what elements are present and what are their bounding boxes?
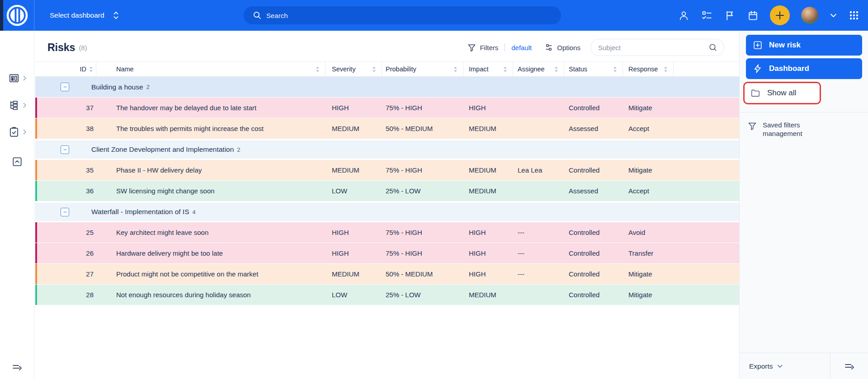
filters-button[interactable]: Filters <box>467 43 498 52</box>
subject-search[interactable] <box>590 39 724 56</box>
risk-severity: HIGH <box>326 243 382 263</box>
app-window: Select dashboard <box>0 0 868 379</box>
folder-icon <box>750 88 760 98</box>
risk-impact: MEDIUM <box>463 181 513 201</box>
row-stripe-gutter <box>35 98 70 118</box>
risk-row[interactable]: 38The troubles with permits might increa… <box>35 118 739 139</box>
app-logo[interactable] <box>0 0 34 31</box>
risk-response: Accept <box>623 118 674 139</box>
group-row: −Waterfall - Implementation of IS4 <box>35 201 739 222</box>
apps-grid-icon[interactable] <box>848 9 860 21</box>
select-dashboard[interactable]: Select dashboard <box>50 11 119 20</box>
tasks-icon[interactable] <box>701 9 712 21</box>
risk-name: SW licensing might change soon <box>96 181 326 201</box>
calendar-icon[interactable] <box>747 9 759 21</box>
global-search[interactable] <box>244 6 561 24</box>
column-header-id[interactable]: ID <box>70 62 96 76</box>
column-header-assignee[interactable]: Assignee <box>513 62 564 76</box>
chevron-right-icon <box>23 75 27 81</box>
sort-icon[interactable] <box>372 66 376 72</box>
show-all-button[interactable]: Show all <box>743 82 821 104</box>
risk-row[interactable]: 36SW licensing might change soonLOW25% -… <box>35 181 739 201</box>
column-header-response[interactable]: Response <box>623 62 674 76</box>
risk-name: Phase II - HW delivery delay <box>96 160 326 180</box>
search-input[interactable] <box>266 12 519 19</box>
column-header-probability[interactable]: Probability <box>382 62 463 76</box>
new-risk-button[interactable]: New risk <box>746 35 862 56</box>
risk-status: Controlled <box>564 243 623 263</box>
collapse-panel-button[interactable] <box>830 353 868 379</box>
risk-row[interactable]: 37The handover may be delayed due to lat… <box>35 98 739 118</box>
risk-probability: 50% - MEDIUM <box>382 264 463 284</box>
column-header-name[interactable]: Name <box>96 62 326 76</box>
list-toolbar: Filters default Options <box>467 39 724 56</box>
new-risk-label: New risk <box>769 41 801 50</box>
add-button[interactable] <box>770 5 790 25</box>
sort-icon[interactable] <box>503 66 507 72</box>
column-header-severity[interactable]: Severity <box>326 62 382 76</box>
risk-impact: MEDIUM <box>463 160 513 180</box>
risk-impact: MEDIUM <box>463 118 513 139</box>
user-avatar[interactable] <box>801 7 818 24</box>
sort-icon[interactable] <box>554 66 558 72</box>
risk-row[interactable]: 25Key architect might leave soonHIGH75% … <box>35 222 739 243</box>
risk-assignee: Lea Lea <box>513 160 564 180</box>
sidebar-item-dashboards[interactable] <box>0 72 34 84</box>
risk-row[interactable]: 35Phase II - HW delivery delayMEDIUM75% … <box>35 160 739 181</box>
risk-impact: HIGH <box>463 243 513 263</box>
collapse-group-button[interactable]: − <box>61 83 69 91</box>
active-filter-link[interactable]: default <box>511 44 532 51</box>
risk-assignee <box>513 285 564 305</box>
risk-row[interactable]: 26Hardware delivery might be too lateHIG… <box>35 243 739 264</box>
bolt-icon <box>753 64 763 74</box>
options-button[interactable]: Options <box>544 43 580 52</box>
risk-name: The troubles with permits might increase… <box>96 118 326 139</box>
sort-icon[interactable] <box>664 66 668 72</box>
user-icon[interactable] <box>678 9 689 21</box>
risk-assignee: --- <box>513 222 564 243</box>
collapse-group-button[interactable]: − <box>61 208 69 216</box>
subject-input[interactable] <box>598 44 708 51</box>
flag-icon[interactable] <box>724 9 736 21</box>
row-stripe-gutter <box>35 181 70 201</box>
clipboard-check-icon <box>8 126 20 138</box>
row-spacer <box>674 160 739 180</box>
risk-status: Assessed <box>564 181 623 201</box>
expand-sidebar-button[interactable] <box>0 362 34 373</box>
risk-severity: MEDIUM <box>326 118 382 139</box>
risk-id: 37 <box>70 98 96 118</box>
sidebar-item-projects[interactable] <box>0 99 34 111</box>
group-title: Waterfall - Implementation of IS <box>91 208 189 216</box>
saved-filters-button[interactable]: Saved filters management <box>746 121 836 138</box>
column-header-status[interactable]: Status <box>564 62 623 76</box>
risk-name: Product might not be competitive on the … <box>96 264 326 284</box>
sidebar-item-collapse-section[interactable] <box>0 156 34 168</box>
exports-button[interactable]: Exports <box>740 353 830 379</box>
risk-impact: HIGH <box>463 222 513 243</box>
left-sidebar <box>0 31 34 379</box>
dashboard-button[interactable]: Dashboard <box>746 58 862 79</box>
panel-bottom-bar: Exports <box>740 353 868 379</box>
sort-icon[interactable] <box>316 66 320 72</box>
risk-probability: 75% - HIGH <box>382 98 463 118</box>
chevron-down-icon[interactable] <box>830 9 837 21</box>
funnel-icon <box>748 122 757 131</box>
collapse-group-button[interactable]: − <box>61 145 69 154</box>
column-header-impact[interactable]: Impact <box>463 62 513 76</box>
risk-response: Transfer <box>623 243 674 263</box>
sort-icon[interactable] <box>613 66 617 72</box>
row-spacer <box>674 98 739 118</box>
sort-icon[interactable] <box>89 66 93 72</box>
risk-probability: 25% - LOW <box>382 181 463 201</box>
risk-status: Controlled <box>564 285 623 305</box>
risk-assignee <box>513 118 564 139</box>
risk-row[interactable]: 27Product might not be competitive on th… <box>35 264 739 285</box>
risk-row[interactable]: 28Not enough resources during holiday se… <box>35 285 739 305</box>
row-spacer <box>674 181 739 201</box>
risk-severity: MEDIUM <box>326 160 382 180</box>
sidebar-item-tasks[interactable] <box>0 126 34 138</box>
page-title: Risks <box>47 42 75 54</box>
sort-icon[interactable] <box>453 66 458 72</box>
search-icon <box>708 43 717 52</box>
group-count: 4 <box>193 209 196 215</box>
